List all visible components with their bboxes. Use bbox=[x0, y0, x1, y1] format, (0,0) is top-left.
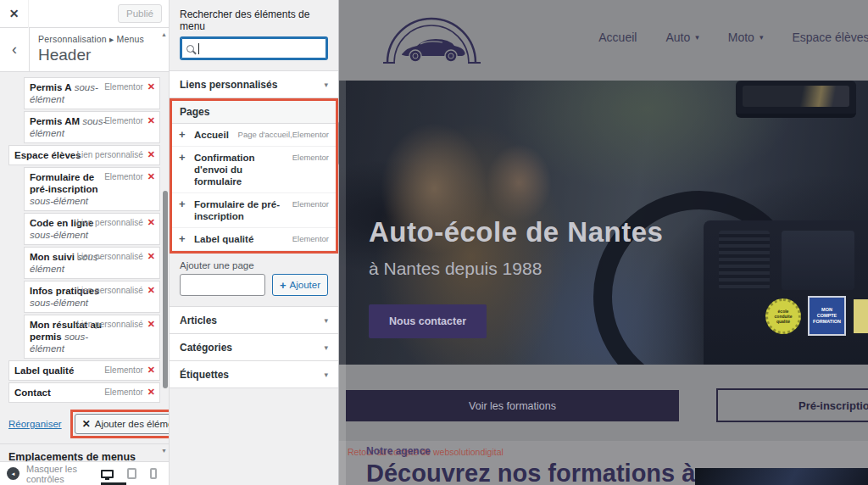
menu-item-type: Elementor bbox=[104, 387, 143, 397]
delete-item-icon[interactable]: ✕ bbox=[147, 115, 155, 126]
chevron-down-icon: ▾ bbox=[324, 371, 328, 379]
accordion-custom-links[interactable]: Liens personnalisés ▾ bbox=[170, 70, 338, 98]
add-icon: + bbox=[179, 198, 186, 210]
menu-item-row[interactable]: Infos pratiques sous-élément Lien person… bbox=[24, 281, 160, 313]
customizer-screen: ✕ Publié ‹ Personnalisation ▸ Menus Head… bbox=[0, 0, 868, 485]
menu-item-label: Espace élèves bbox=[14, 150, 81, 160]
cta-section: Voir les formations Pré-inscription bbox=[339, 365, 868, 441]
nav-item-espace-eleves[interactable]: Espace élèves▾ bbox=[792, 31, 868, 44]
mobile-preview-icon[interactable] bbox=[150, 468, 157, 479]
menu-item-subflag: sous-élément bbox=[30, 298, 88, 308]
tablet-preview-icon[interactable] bbox=[127, 468, 136, 479]
agency-section: Retour au compte de websolutiondigital N… bbox=[339, 441, 868, 485]
see-trainings-button[interactable]: Voir les formations bbox=[346, 390, 679, 421]
panel-scrollbar[interactable] bbox=[163, 191, 168, 388]
delete-item-icon[interactable]: ✕ bbox=[147, 285, 155, 296]
menu-item-row[interactable]: Code en ligne sous-élément Lien personna… bbox=[24, 213, 160, 245]
accordion-categories[interactable]: Catégories ▾ bbox=[170, 333, 338, 361]
delete-item-icon[interactable]: ✕ bbox=[147, 365, 155, 376]
desktop-preview-icon[interactable] bbox=[101, 470, 114, 478]
delete-item-icon[interactable]: ✕ bbox=[147, 251, 155, 262]
chevron-down-icon: ▾ bbox=[324, 343, 328, 352]
nav-item-moto[interactable]: Moto▾ bbox=[728, 31, 764, 44]
add-icon: + bbox=[179, 151, 186, 164]
car-dashboard-image bbox=[704, 220, 868, 365]
accordion-pages[interactable]: Pages bbox=[172, 101, 336, 124]
breadcrumb: Personnalisation ▸ Menus bbox=[38, 34, 144, 44]
menu-item-type: Lien personnalisé bbox=[76, 218, 142, 227]
customizer-panel: ✕ Publié ‹ Personnalisation ▸ Menus Head… bbox=[0, 0, 170, 485]
available-page-item[interactable]: + Label qualité Elementor bbox=[172, 228, 336, 251]
add-items-button[interactable]: ✕Ajouter des éléments bbox=[75, 414, 169, 434]
scroll-up-icon[interactable]: ▲ bbox=[161, 31, 167, 37]
contact-button[interactable]: Nous contacter bbox=[369, 304, 487, 338]
available-page-item[interactable]: + Formulaire de pré-inscription Elemento… bbox=[172, 193, 336, 228]
hide-controls-label[interactable]: Masquer les contrôles bbox=[26, 464, 94, 484]
delete-item-icon[interactable]: ✕ bbox=[147, 319, 155, 330]
accordion-tags[interactable]: Étiquettes ▾ bbox=[170, 360, 338, 388]
menu-item-label: Permis AM bbox=[30, 116, 80, 126]
available-page-item[interactable]: + Accueil Page d'accueil,Elementor bbox=[172, 124, 336, 147]
accordion-articles[interactable]: Articles ▾ bbox=[170, 306, 338, 334]
quality-label-badge: école conduite qualité bbox=[765, 298, 801, 334]
menu-item-row[interactable]: Mon résultat au permis sous-élément Lien… bbox=[24, 315, 160, 359]
hero-banner: école conduite qualité MON COMPTE FORMAT… bbox=[339, 81, 868, 365]
text-cursor bbox=[198, 43, 199, 54]
section-header: ‹ Personnalisation ▸ Menus Header bbox=[0, 28, 169, 72]
search-label: Rechercher des éléments de menu bbox=[170, 8, 338, 32]
menu-item-row[interactable]: Contact Elementor✕ bbox=[8, 382, 160, 403]
menu-item-row[interactable]: Permis AM sous-élément Elementor✕ bbox=[24, 111, 160, 143]
nav-item-auto[interactable]: Auto▾ bbox=[665, 31, 698, 44]
search-input[interactable] bbox=[180, 36, 328, 60]
site-header: Accueil Auto▾ Moto▾ Espace élèves▾ bbox=[339, 0, 868, 81]
delete-item-icon[interactable]: ✕ bbox=[147, 171, 155, 182]
new-page-title-input[interactable] bbox=[180, 274, 265, 296]
menu-item-type: Lien personnalisé bbox=[76, 286, 142, 295]
pre-registration-button[interactable]: Pré-inscription bbox=[716, 388, 868, 422]
available-page-item[interactable]: + Confirmation d'envoi du formulaire Ele… bbox=[172, 147, 336, 193]
partial-badge bbox=[854, 299, 868, 333]
menu-item-row[interactable]: Label qualité Elementor✕ bbox=[8, 360, 160, 381]
section-eyebrow: Notre agence bbox=[366, 445, 431, 457]
close-customizer-icon[interactable]: ✕ bbox=[0, 0, 29, 28]
pages-section-highlighted: Pages + Accueil Page d'accueil,Elementor… bbox=[170, 98, 338, 254]
menu-item-row[interactable]: Formulaire de pré-inscription sous-éléme… bbox=[24, 167, 160, 211]
driving-school-logo[interactable] bbox=[383, 5, 481, 73]
section-photo bbox=[695, 468, 868, 485]
menu-item-type: Elementor bbox=[104, 365, 143, 375]
menu-item-label: Mon suivi bbox=[30, 252, 75, 262]
menu-item-row[interactable]: Permis A sous-élément Elementor✕ bbox=[24, 77, 160, 109]
add-icon: + bbox=[179, 232, 186, 245]
collapse-controls-icon[interactable]: ◂ bbox=[7, 467, 19, 480]
menu-item-type: Elementor bbox=[104, 82, 143, 92]
divider bbox=[0, 443, 169, 444]
delete-item-icon[interactable]: ✕ bbox=[147, 81, 155, 92]
menu-item-row[interactable]: Espace élèves Lien personnalisé✕ bbox=[8, 145, 160, 165]
menu-item-row[interactable]: Mon suivi sous-élément Lien personnalisé… bbox=[24, 247, 160, 279]
menu-item-label: Formulaire de pré-inscription bbox=[30, 172, 98, 194]
add-icon: + bbox=[179, 128, 186, 141]
menu-name-title: Header bbox=[38, 46, 144, 64]
site-preview: Accueil Auto▾ Moto▾ Espace élèves▾ école… bbox=[339, 0, 868, 485]
customizer-topbar: ✕ Publié bbox=[0, 0, 169, 28]
delete-item-icon[interactable]: ✕ bbox=[147, 217, 155, 228]
menu-item-label: Contact bbox=[14, 387, 51, 398]
publish-button[interactable]: Publié bbox=[118, 4, 162, 23]
scroll-down-icon[interactable]: ▼ bbox=[161, 448, 167, 454]
menu-item-type: Lien personnalisé bbox=[76, 150, 142, 159]
reorder-link[interactable]: Réorganiser bbox=[8, 419, 62, 429]
back-icon[interactable]: ‹ bbox=[0, 28, 30, 71]
menu-item-type: Elementor bbox=[104, 116, 143, 125]
search-icon bbox=[186, 45, 194, 53]
delete-item-icon[interactable]: ✕ bbox=[147, 149, 155, 160]
nav-item-accueil[interactable]: Accueil bbox=[598, 31, 637, 44]
page-gutter bbox=[339, 81, 346, 485]
cpf-badge: MON COMPTE FORMATION bbox=[808, 296, 846, 336]
delete-item-icon[interactable]: ✕ bbox=[147, 387, 155, 398]
add-page-button[interactable]: +Ajouter bbox=[272, 274, 328, 296]
menu-item-type: Lien personnalisé bbox=[76, 320, 142, 329]
menu-item-subflag: sous-élément bbox=[30, 196, 88, 206]
menu-item-label: Label qualité bbox=[14, 365, 74, 376]
section-heading: Découvrez nos formations à bbox=[366, 460, 695, 485]
add-items-highlight-box: ✕Ajouter des éléments bbox=[70, 410, 169, 438]
